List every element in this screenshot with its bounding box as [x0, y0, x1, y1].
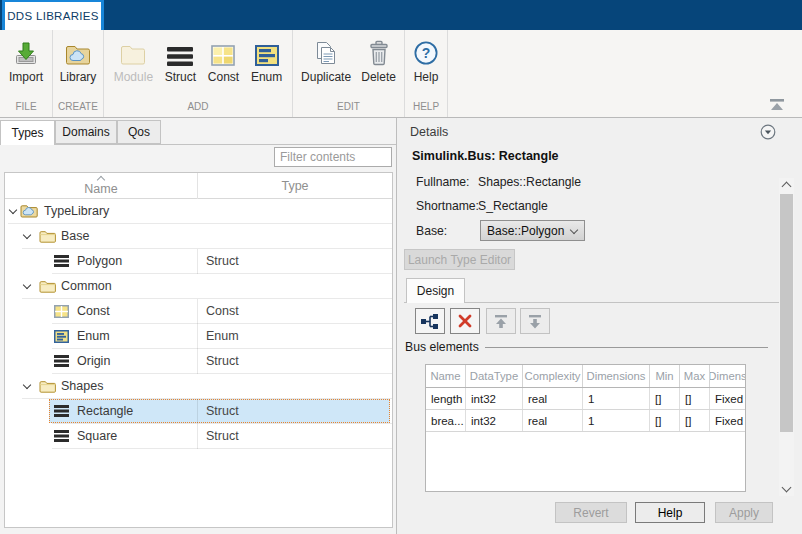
chevron-down-icon[interactable] — [9, 206, 17, 214]
table-row[interactable]: brea... int32 real 1 [] [] Fixed — [426, 410, 745, 432]
details-scrollbar[interactable] — [779, 178, 794, 496]
cell-dimensions-mode[interactable]: Fixed — [710, 388, 745, 409]
module-label: Module — [114, 70, 153, 84]
base-type-dropdown[interactable]: Base::Polygon — [480, 220, 585, 241]
tree-item-label: Rectangle — [77, 399, 133, 424]
cell-complexity[interactable]: real — [523, 388, 583, 409]
cell-name[interactable]: brea... — [426, 410, 466, 431]
bus-elements-rule — [485, 347, 768, 348]
cell-datatype[interactable]: int32 — [466, 410, 523, 431]
chevron-down-icon[interactable] — [23, 281, 31, 289]
tree-row-const[interactable]: Const Const — [5, 299, 392, 324]
cell-min[interactable]: [] — [650, 410, 680, 431]
delete-button[interactable]: Delete — [359, 37, 398, 85]
tree-rows: TypeLibrary Base — [5, 199, 392, 527]
tree-row-typelibrary[interactable]: TypeLibrary — [5, 199, 392, 224]
tree-row-base[interactable]: Base — [5, 224, 392, 249]
tree-item-type: Enum — [206, 324, 239, 349]
table-row[interactable]: length int32 real 1 [] [] Fixed — [426, 388, 745, 410]
col-dimensions-mode: Dimens — [710, 365, 745, 387]
collapse-ribbon-icon[interactable] — [769, 98, 785, 112]
col-complexity: Complexity — [523, 365, 583, 387]
column-header-name[interactable]: Name — [5, 173, 197, 199]
struct-button[interactable]: Struct — [163, 37, 198, 85]
cell-dimensions[interactable]: 1 — [583, 410, 650, 431]
section-label-create: CREATE — [53, 100, 103, 117]
column-divider — [197, 424, 198, 449]
tree-row-rectangle-selected[interactable]: Rectangle Struct — [5, 399, 392, 424]
cloud-folder-icon — [20, 204, 38, 218]
column-header-type[interactable]: Type — [197, 173, 392, 199]
panel-menu-icon[interactable] — [760, 124, 776, 140]
tab-dds-libraries[interactable]: DDS LIBRARIES — [2, 0, 104, 30]
bus-elements-table: Name DataType Complexity Dimensions Min … — [425, 364, 746, 492]
help-label: Help — [414, 70, 439, 84]
const-icon — [211, 38, 235, 66]
tree-item-label: Common — [61, 274, 112, 299]
svg-text:?: ? — [422, 45, 431, 61]
ribbon-section-help: ? Help HELP — [405, 30, 448, 117]
tree-row-enum[interactable]: Enum Enum — [5, 324, 392, 349]
folder-icon — [39, 380, 56, 393]
revert-label: Revert — [573, 506, 608, 520]
tree-item-label: Base — [61, 224, 90, 249]
delete-label: Delete — [361, 70, 396, 84]
tree-item-label: Polygon — [77, 249, 122, 274]
add-bus-element-button[interactable] — [415, 308, 445, 334]
fullname-value: Shapes::Rectangle — [478, 175, 581, 189]
library-button[interactable]: Library — [58, 37, 99, 85]
tab-types[interactable]: Types — [0, 120, 55, 145]
tab-domains[interactable]: Domains — [55, 120, 117, 144]
import-button[interactable]: Import — [7, 37, 45, 85]
col-dimensions: Dimensions — [583, 365, 650, 387]
enum-label: Enum — [251, 70, 282, 84]
tree-row-square[interactable]: Square Struct — [5, 424, 392, 449]
scroll-up-icon[interactable] — [782, 182, 792, 192]
tab-design[interactable]: Design — [406, 278, 465, 303]
help-footer-button[interactable]: Help — [635, 502, 705, 523]
move-up-button — [486, 308, 516, 334]
cell-complexity[interactable]: real — [523, 410, 583, 431]
help-footer-label: Help — [658, 506, 683, 520]
apply-button: Apply — [715, 502, 773, 523]
duplicate-icon — [314, 38, 338, 66]
tree-item-label: Const — [77, 299, 110, 324]
delete-element-button[interactable] — [450, 308, 480, 334]
help-icon: ? — [413, 38, 439, 66]
tree-row-polygon[interactable]: Polygon Struct — [5, 249, 392, 274]
cell-dimensions-mode[interactable]: Fixed — [710, 410, 745, 431]
duplicate-button[interactable]: Duplicate — [299, 37, 353, 85]
cell-name[interactable]: length — [426, 388, 466, 409]
scrollbar-thumb[interactable] — [780, 194, 793, 432]
cell-max[interactable]: [] — [680, 388, 710, 409]
filter-contents-input[interactable] — [274, 147, 392, 167]
struct-icon — [54, 255, 69, 267]
const-button[interactable]: Const — [206, 37, 241, 85]
enum-button[interactable]: Enum — [249, 37, 284, 85]
chevron-down-icon[interactable] — [23, 381, 31, 389]
module-button: Module — [112, 37, 155, 85]
struct-icon — [54, 355, 69, 367]
tree-row-common[interactable]: Common — [5, 274, 392, 299]
cell-datatype[interactable]: int32 — [466, 388, 523, 409]
cell-max[interactable]: [] — [680, 410, 710, 431]
enum-icon — [255, 38, 279, 66]
cell-min[interactable]: [] — [650, 388, 680, 409]
scroll-down-icon[interactable] — [782, 483, 792, 493]
tree-row-origin[interactable]: Origin Struct — [5, 349, 392, 374]
tree-item-type: Struct — [206, 349, 239, 374]
tree-item-label: TypeLibrary — [44, 199, 109, 224]
help-button[interactable]: ? Help — [411, 37, 441, 85]
import-icon — [13, 38, 39, 66]
tree-row-shapes[interactable]: Shapes — [5, 374, 392, 399]
cell-dimensions[interactable]: 1 — [583, 388, 650, 409]
col-max: Max — [680, 365, 710, 387]
ribbon-section-file: Import FILE — [0, 30, 53, 117]
tree-item-label: Origin — [77, 349, 110, 374]
chevron-down-icon[interactable] — [23, 231, 31, 239]
tree-item-type: Struct — [206, 399, 239, 424]
tab-dds-libraries-label: DDS LIBRARIES — [7, 10, 98, 22]
column-divider — [197, 349, 198, 374]
tab-qos[interactable]: Qos — [117, 120, 161, 144]
column-divider — [197, 399, 198, 424]
